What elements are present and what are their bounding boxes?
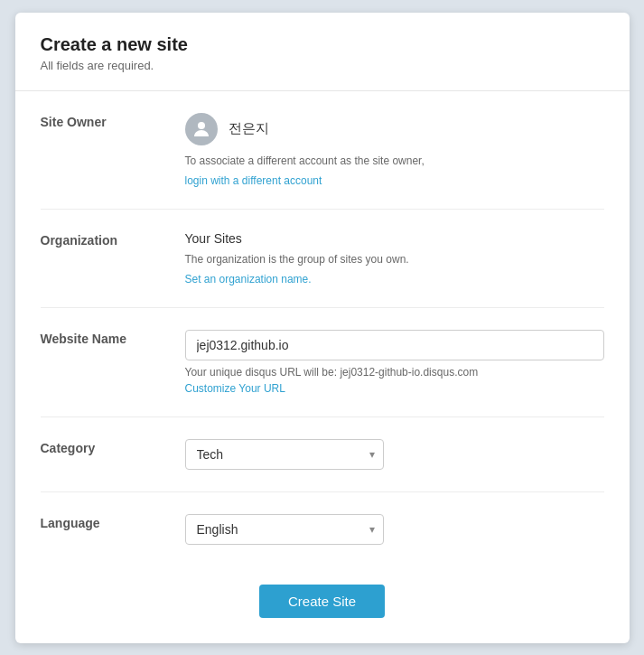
site-owner-help: To associate a different account as the … xyxy=(185,153,604,169)
category-select-wrapper: Tech News Sports Entertainment Gaming Fa… xyxy=(185,439,384,470)
customize-url-link[interactable]: Customize Your URL xyxy=(185,382,285,395)
modal-subtitle: All fields are required. xyxy=(41,59,604,72)
website-name-row: Website Name Your unique disqus URL will… xyxy=(41,308,604,417)
organization-label: Organization xyxy=(41,231,185,248)
set-organization-name-link[interactable]: Set an organization name. xyxy=(185,273,312,285)
category-select[interactable]: Tech News Sports Entertainment Gaming Fa… xyxy=(185,439,384,470)
website-name-label: Website Name xyxy=(41,330,185,346)
organization-help: The organization is the group of sites y… xyxy=(185,251,604,267)
category-content: Tech News Sports Entertainment Gaming Fa… xyxy=(185,439,604,470)
organization-content: Your Sites The organization is the group… xyxy=(185,231,604,285)
modal-header: Create a new site All fields are require… xyxy=(15,13,630,91)
username-text: 전은지 xyxy=(229,120,269,137)
category-label: Category xyxy=(41,439,185,455)
modal-body: Site Owner 전은지 To associate a different … xyxy=(15,91,630,566)
organization-row: Organization Your Sites The organization… xyxy=(41,210,604,308)
category-row: Category Tech News Sports Entertainment … xyxy=(41,417,604,492)
site-owner-label: Site Owner xyxy=(41,113,185,129)
site-owner-row: Site Owner 전은지 To associate a different … xyxy=(41,91,604,210)
language-row: Language English Spanish French German J… xyxy=(41,492,604,566)
website-name-content: Your unique disqus URL will be: jej0312-… xyxy=(185,330,604,395)
url-hint-text: Your unique disqus URL will be: jej0312-… xyxy=(185,366,604,379)
create-site-button[interactable]: Create Site xyxy=(259,585,385,618)
user-avatar-icon xyxy=(191,118,212,140)
language-select-wrapper: English Spanish French German Japanese K… xyxy=(185,514,384,545)
website-name-input[interactable] xyxy=(185,330,604,360)
organization-value: Your Sites xyxy=(185,231,604,246)
language-select[interactable]: English Spanish French German Japanese K… xyxy=(185,514,384,545)
create-site-modal: Create a new site All fields are require… xyxy=(15,13,630,643)
svg-point-0 xyxy=(198,122,205,129)
modal-footer: Create Site xyxy=(15,566,630,643)
language-label: Language xyxy=(41,514,185,530)
site-owner-content: 전은지 To associate a different account as … xyxy=(185,113,604,187)
language-content: English Spanish French German Japanese K… xyxy=(185,514,604,545)
modal-title: Create a new site xyxy=(41,34,604,55)
login-different-account-link[interactable]: login with a different account xyxy=(185,174,322,187)
avatar-row: 전은지 xyxy=(185,113,604,145)
avatar xyxy=(185,113,218,145)
